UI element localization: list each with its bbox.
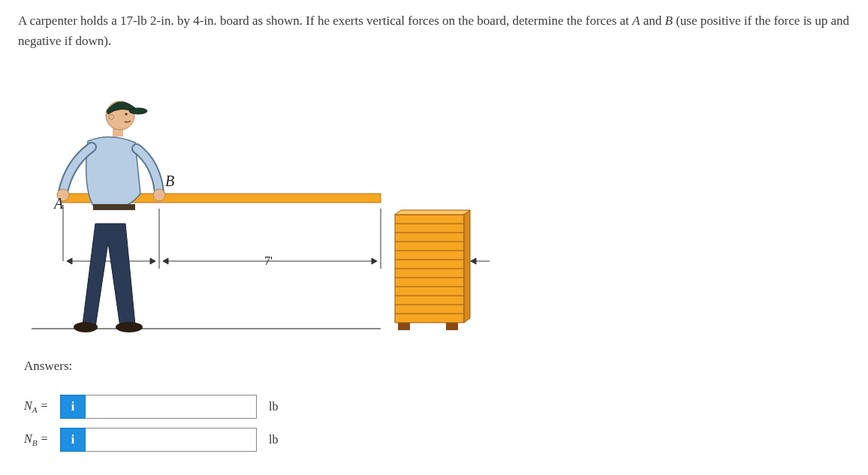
answer-row-NB: NB = i lb: [24, 428, 850, 452]
answer-label-NA: NA =: [24, 399, 60, 414]
answer-label-NB: NB =: [24, 432, 60, 447]
info-icon[interactable]: i: [60, 428, 86, 452]
input-NA[interactable]: [86, 395, 257, 419]
svg-marker-28: [395, 210, 470, 215]
svg-rect-38: [93, 204, 135, 210]
dim-right-label: 7': [264, 254, 273, 267]
problem-text-mid: and: [640, 14, 665, 28]
answer-row-NA: NA = i lb: [24, 395, 850, 419]
problem-statement: A carpenter holds a 17-lb 2-in. by 4-in.…: [18, 11, 850, 51]
point-A-label: A: [53, 195, 64, 212]
unit-NA: lb: [269, 400, 278, 413]
label-A: A: [632, 14, 640, 28]
problem-figure: 3' 7': [24, 74, 490, 344]
unit-NB: lb: [269, 433, 278, 446]
problem-text-1: A carpenter holds a 17-lb 2-in. by 4-in.…: [18, 14, 632, 28]
svg-point-36: [125, 113, 127, 116]
svg-point-29: [74, 322, 98, 332]
svg-point-32: [153, 189, 165, 201]
label-B: B: [665, 14, 673, 28]
answers-block: Answers: NA = i lb NB = i lb: [24, 359, 850, 452]
svg-point-35: [129, 108, 147, 114]
info-icon[interactable]: i: [60, 395, 86, 419]
input-NB[interactable]: [86, 428, 257, 452]
point-B-label: B: [165, 173, 174, 189]
svg-point-37: [109, 115, 114, 120]
svg-marker-27: [464, 210, 470, 323]
answers-title: Answers:: [24, 359, 850, 374]
lumber-stack: [395, 210, 470, 330]
svg-point-30: [116, 322, 143, 332]
